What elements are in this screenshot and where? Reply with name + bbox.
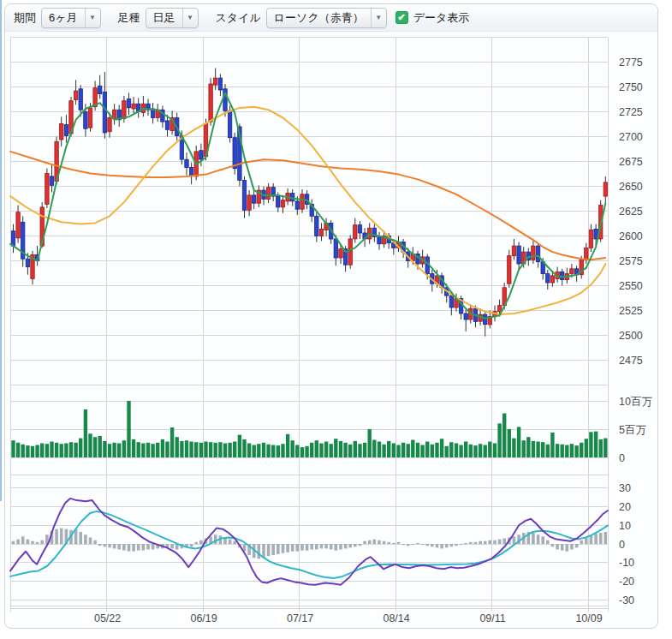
check-icon: ✔	[398, 12, 406, 23]
chevron-down-icon[interactable]: ▼	[371, 9, 386, 27]
style-value: ローソク（赤青）	[267, 9, 371, 27]
bar-type-value: 日足	[146, 9, 182, 27]
data-display-toggle: ✔ データ表示	[395, 10, 470, 26]
data-display-checkbox[interactable]: ✔	[395, 11, 408, 24]
period-value: 6ヶ月	[42, 9, 85, 27]
chart-canvas[interactable]	[9, 35, 663, 633]
style-label: スタイル	[216, 10, 261, 26]
chevron-down-icon[interactable]: ▼	[182, 9, 198, 27]
bar-type-dropdown[interactable]: 日足 ▼	[146, 8, 199, 28]
toolbar: 期間 6ヶ月 ▼ 足種 日足 ▼ スタイル ローソク（赤青） ▼ ✔ データ表示	[5, 4, 657, 32]
period-dropdown[interactable]: 6ヶ月 ▼	[41, 8, 101, 28]
chart-panel: 期間 6ヶ月 ▼ 足種 日足 ▼ スタイル ローソク（赤青） ▼ ✔ データ表示	[4, 3, 658, 629]
style-dropdown[interactable]: ローソク（赤青） ▼	[266, 8, 387, 28]
data-display-label: データ表示	[413, 10, 470, 26]
period-label: 期間	[14, 10, 36, 26]
page-edge-accent	[0, 0, 2, 501]
chevron-down-icon[interactable]: ▼	[85, 9, 100, 27]
bar-type-label: 足種	[118, 10, 140, 26]
